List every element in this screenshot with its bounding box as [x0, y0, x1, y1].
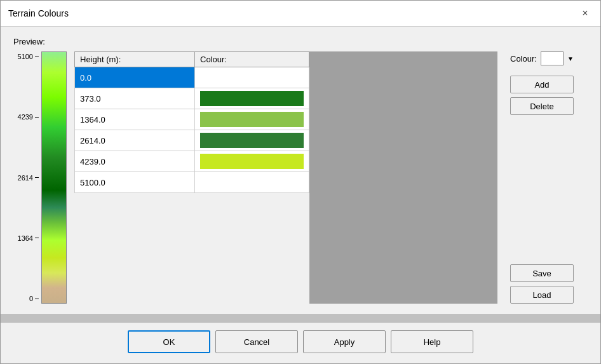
height-cell: 373.0	[75, 88, 195, 109]
colour-swatch	[200, 175, 304, 190]
load-button[interactable]: Load	[510, 286, 574, 304]
colour-cell	[195, 67, 309, 88]
tick-0: 0	[13, 295, 39, 302]
gradient-container: 5100 4239 2614 1364	[13, 51, 67, 304]
delete-button[interactable]: Delete	[510, 97, 574, 115]
footer: OK Cancel Apply Help	[1, 323, 600, 363]
color-table-wrapper: Height (m): Colour: 0.0373.01364.02614.0…	[74, 51, 309, 304]
tick-mark	[35, 117, 39, 118]
colour-label: Colour:	[510, 54, 537, 64]
close-button[interactable]: ×	[577, 6, 593, 21]
tick-mark	[35, 177, 39, 178]
colour-dropdown-arrow[interactable]: ▼	[567, 55, 574, 62]
dialog-content: Preview: 5100 4239 2614	[1, 27, 600, 314]
colour-swatch	[200, 91, 304, 106]
tick-mark	[35, 238, 39, 238]
colour-cell	[195, 172, 309, 193]
col-colour-header: Colour:	[195, 52, 309, 67]
tick-4239: 4239	[13, 113, 39, 121]
tick-1364: 1364	[13, 234, 39, 242]
gradient-bar	[41, 51, 67, 304]
table-gray-area	[309, 51, 497, 304]
right-panel: Colour: ▼ Add Delete Save Load	[505, 51, 588, 304]
tick-5100: 5100	[13, 53, 39, 60]
terrain-colours-dialog: Terrain Colours × Preview: 5100 4239	[0, 0, 601, 364]
height-cell: 0.0	[75, 67, 195, 88]
gray-bottom-strip	[1, 314, 600, 323]
height-cell: 5100.0	[75, 172, 195, 193]
height-cell: 1364.0	[75, 109, 195, 130]
colour-row: Colour: ▼	[510, 51, 574, 65]
table-row[interactable]: 4239.0	[75, 151, 309, 172]
colour-swatch	[200, 112, 304, 127]
colour-cell	[195, 130, 309, 151]
help-button[interactable]: Help	[391, 330, 473, 353]
tick-mark	[35, 299, 39, 299]
colour-cell	[195, 109, 309, 130]
height-cell: 2614.0	[75, 130, 195, 151]
save-button[interactable]: Save	[510, 264, 574, 282]
table-row[interactable]: 2614.0	[75, 130, 309, 151]
colour-cell	[195, 151, 309, 172]
add-button[interactable]: Add	[510, 76, 574, 93]
colour-swatch	[200, 70, 304, 85]
height-cell: 4239.0	[75, 151, 195, 172]
colour-cell	[195, 88, 309, 109]
col-height-header: Height (m):	[75, 52, 195, 67]
tick-2614: 2614	[13, 174, 39, 182]
colour-swatch	[200, 133, 304, 148]
tick-mark	[35, 57, 39, 57]
tick-labels: 5100 4239 2614 1364	[13, 51, 39, 304]
table-row[interactable]: 5100.0	[75, 172, 309, 193]
colour-swatch	[200, 154, 304, 169]
colour-picker-box[interactable]	[541, 51, 564, 65]
main-area: 5100 4239 2614 1364	[13, 51, 588, 304]
cancel-button[interactable]: Cancel	[215, 330, 298, 353]
preview-label: Preview:	[13, 37, 588, 46]
table-row[interactable]: 373.0	[75, 88, 309, 109]
table-row[interactable]: 0.0	[75, 67, 309, 88]
table-section: Height (m): Colour: 0.0373.01364.02614.0…	[74, 51, 497, 304]
color-table[interactable]: Height (m): Colour: 0.0373.01364.02614.0…	[74, 51, 309, 193]
title-bar: Terrain Colours ×	[1, 1, 600, 27]
ok-button[interactable]: OK	[128, 330, 210, 353]
apply-button[interactable]: Apply	[303, 330, 386, 353]
dialog-title: Terrain Colours	[8, 8, 69, 18]
table-row[interactable]: 1364.0	[75, 109, 309, 130]
